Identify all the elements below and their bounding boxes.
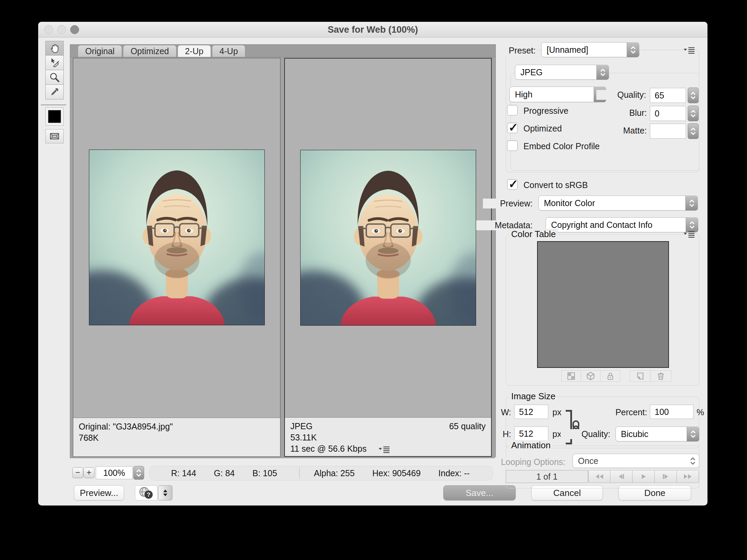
progressive-label: Progressive	[522, 106, 570, 116]
blue-readout: B: 105	[253, 468, 277, 478]
optimized-checkbox[interactable]: ✓	[507, 123, 518, 133]
animation-playback-controls	[588, 470, 699, 483]
chevron-down-icon	[690, 96, 696, 99]
eyedropper-tool-button[interactable]	[45, 85, 64, 99]
browser-list-stepper[interactable]	[158, 485, 172, 500]
chevron-down-icon	[630, 50, 636, 53]
color-table-actions-right	[630, 370, 671, 382]
preview-select[interactable]: Monitor Color	[538, 196, 698, 211]
tab-2up[interactable]: 2-Up	[178, 45, 211, 57]
eyedropper-color-swatch[interactable]	[45, 107, 64, 126]
step-back-icon	[616, 473, 626, 480]
tab-4up[interactable]: 4-Up	[212, 45, 245, 57]
preset-panel-menu-icon[interactable]	[683, 46, 695, 54]
metadata-select[interactable]: Copyright and Contact Info	[546, 217, 698, 232]
color-table-swatches[interactable]	[537, 241, 669, 368]
select-browser-button[interactable]: ?	[135, 485, 157, 500]
optimized-label: Optimized	[522, 124, 563, 134]
map-transparency-button[interactable]	[562, 371, 581, 382]
embed-color-profile-checkbox[interactable]: ✓	[507, 140, 518, 151]
magnifier-icon	[48, 71, 61, 83]
window-title: Save for Web (100%)	[38, 22, 707, 37]
chevron-up-icon	[690, 128, 696, 131]
minimize-window-button[interactable]	[57, 25, 66, 34]
quality-value: 65	[655, 91, 664, 100]
green-readout: G: 84	[214, 468, 235, 478]
chevron-down-icon	[689, 204, 695, 207]
height-label: H:	[496, 429, 513, 439]
matte-stepper[interactable]	[688, 123, 699, 139]
resample-quality-select[interactable]: Bicubic	[615, 426, 699, 441]
blur-field[interactable]: 0	[650, 106, 686, 121]
checkmark-icon: ✓	[508, 177, 518, 191]
save-button[interactable]: Save...	[443, 485, 516, 500]
optimized-pane[interactable]: JPEG 65 quality 53.11K 11 sec @ 56.6 Kbp…	[284, 58, 492, 457]
toggle-slices-visibility-button[interactable]	[45, 129, 64, 143]
original-filename: Original: "GJ3A8954.jpg"	[79, 421, 275, 432]
percent-field[interactable]: 100	[650, 405, 693, 419]
browser-globe-icon: ?	[138, 486, 154, 500]
last-frame-button[interactable]	[677, 470, 699, 483]
compression-quality-select[interactable]: High	[509, 87, 606, 102]
preview-area: Original Optimized 2-Up 4-Up Original: "…	[70, 44, 496, 458]
play-button[interactable]	[632, 470, 655, 483]
preset-select[interactable]: [Unnamed]	[541, 42, 639, 57]
matte-field[interactable]	[650, 124, 686, 139]
preview-in-browser-button[interactable]: Preview...	[74, 485, 124, 500]
chevron-down-icon	[136, 473, 141, 477]
chevron-up-icon	[690, 431, 696, 434]
quality-field[interactable]: 65	[650, 88, 686, 103]
title-bar[interactable]: Save for Web (100%)	[38, 22, 707, 37]
tab-optimized[interactable]: Optimized	[123, 45, 177, 57]
delete-color-button[interactable]	[651, 371, 671, 382]
resample-quality-label: Quality:	[561, 429, 612, 439]
resample-quality-value: Bicubic	[621, 429, 649, 439]
eyedropper-icon	[48, 86, 61, 98]
view-tabs: Original Optimized 2-Up 4-Up	[70, 45, 496, 57]
color-table-menu-icon[interactable]	[683, 230, 695, 238]
progressive-checkbox[interactable]: ✓	[507, 105, 518, 115]
tab-original[interactable]: Original	[78, 45, 122, 57]
fast-forward-icon	[683, 473, 693, 480]
blur-stepper[interactable]	[688, 106, 699, 121]
close-window-button[interactable]	[44, 25, 53, 34]
convert-to-srgb-checkbox[interactable]: ✓	[507, 179, 518, 190]
zoom-level-stepper[interactable]	[133, 466, 144, 480]
new-color-button[interactable]	[630, 371, 651, 382]
width-field[interactable]: 512	[514, 405, 548, 419]
first-frame-button[interactable]	[588, 470, 610, 483]
constrain-proportions-link-icon[interactable]	[564, 408, 581, 446]
download-speed-menu-icon[interactable]	[378, 446, 390, 453]
slice-select-tool-button[interactable]	[45, 56, 64, 70]
color-table-actions-left	[561, 370, 620, 382]
format-select[interactable]: JPEG	[515, 65, 609, 80]
hand-tool-button[interactable]	[45, 41, 64, 56]
original-preview-image[interactable]	[89, 150, 265, 325]
arrow-up-icon	[163, 489, 167, 492]
trash-icon	[656, 372, 665, 380]
original-pane[interactable]: Original: "GJ3A8954.jpg" 768K	[73, 58, 280, 457]
optimized-quality: 65 quality	[449, 421, 486, 432]
color-table-title: Color Table	[509, 229, 558, 239]
zoom-in-button[interactable]: +	[83, 467, 94, 478]
height-field[interactable]: 512	[514, 426, 548, 441]
compression-value: High	[515, 90, 532, 99]
zoom-tool-button[interactable]	[45, 70, 64, 85]
chevron-up-icon	[689, 221, 695, 224]
lock-color-button[interactable]	[600, 371, 620, 382]
svg-text:?: ?	[147, 492, 150, 498]
lock-icon	[606, 372, 615, 380]
chevron-up-icon	[136, 469, 141, 472]
quality-stepper[interactable]	[688, 88, 699, 103]
zoom-window-button[interactable]	[70, 25, 79, 34]
next-frame-button[interactable]	[655, 470, 677, 483]
previous-frame-button[interactable]	[610, 470, 632, 483]
zoom-level-field[interactable]: 100%	[96, 466, 133, 479]
chevron-up-icon	[630, 46, 636, 49]
blur-value: 0	[655, 109, 659, 119]
looping-options-select[interactable]: Once	[573, 454, 699, 468]
optimized-info-bar: JPEG 65 quality 53.11K 11 sec @ 56.6 Kbp…	[285, 417, 491, 456]
zoom-out-button[interactable]: −	[72, 467, 83, 478]
optimized-preview-image[interactable]	[300, 150, 476, 326]
web-shift-button[interactable]	[581, 371, 600, 382]
